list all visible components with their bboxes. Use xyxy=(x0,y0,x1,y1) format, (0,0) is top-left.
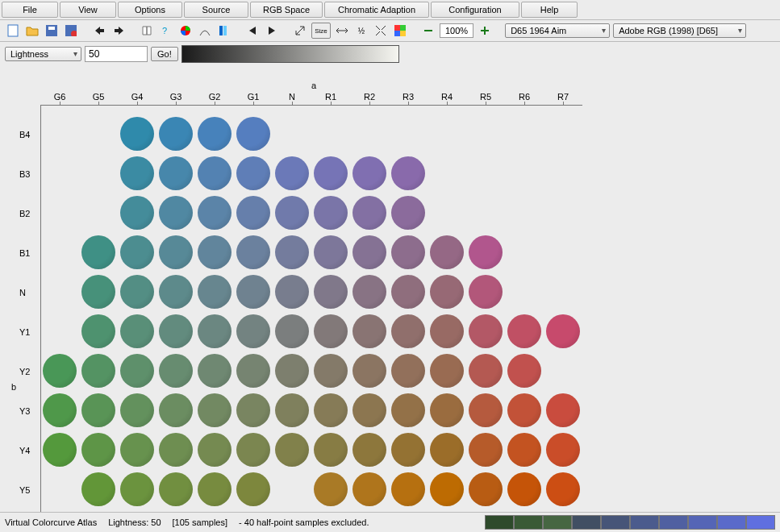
color-swatch[interactable] xyxy=(469,235,503,269)
color-swatch[interactable] xyxy=(314,275,348,309)
color-swatch[interactable] xyxy=(198,314,231,348)
color-swatch[interactable] xyxy=(391,235,425,269)
color-swatch[interactable] xyxy=(275,156,309,190)
strip-swatch[interactable] xyxy=(746,515,775,530)
color-swatch[interactable] xyxy=(275,354,309,388)
color-swatch[interactable] xyxy=(198,196,231,230)
save-icon[interactable] xyxy=(44,23,60,39)
color-swatch[interactable] xyxy=(507,314,541,348)
color-swatch[interactable] xyxy=(469,314,503,348)
color-swatch[interactable] xyxy=(159,472,193,506)
color-swatch[interactable] xyxy=(546,393,580,427)
color-swatch[interactable] xyxy=(275,314,309,348)
color-swatch[interactable] xyxy=(198,433,231,467)
color-swatch[interactable] xyxy=(391,156,425,190)
fullscreen-icon[interactable] xyxy=(373,23,389,39)
color-wheel-icon[interactable] xyxy=(177,23,194,39)
color-swatch[interactable] xyxy=(352,472,386,506)
color-swatch[interactable] xyxy=(81,433,115,467)
go-button[interactable]: Go! xyxy=(151,47,178,61)
color-swatch[interactable] xyxy=(430,235,464,269)
color-swatch[interactable] xyxy=(120,156,154,190)
color-swatch[interactable] xyxy=(120,354,154,388)
color-swatch[interactable] xyxy=(352,314,386,348)
color-swatch[interactable] xyxy=(159,117,193,151)
new-icon[interactable] xyxy=(5,23,21,39)
color-swatch[interactable] xyxy=(120,393,154,427)
menu-configuration[interactable]: Configuration xyxy=(431,2,519,18)
color-swatch[interactable] xyxy=(236,117,270,151)
color-swatch[interactable] xyxy=(469,472,503,506)
color-swatch[interactable] xyxy=(236,156,270,190)
color-swatch[interactable] xyxy=(159,235,193,269)
color-swatch[interactable] xyxy=(430,354,464,388)
color-swatch[interactable] xyxy=(391,354,425,388)
color-swatch[interactable] xyxy=(391,472,425,506)
open-icon[interactable] xyxy=(24,23,40,39)
color-swatch[interactable] xyxy=(236,314,270,348)
color-swatch[interactable] xyxy=(352,196,386,230)
axis-value-input[interactable] xyxy=(85,46,148,62)
color-swatch[interactable] xyxy=(198,156,231,190)
color-swatch[interactable] xyxy=(81,235,115,269)
color-square-icon[interactable] xyxy=(392,23,408,39)
menu-rgbspace[interactable]: RGB Space xyxy=(250,2,323,18)
help-cursor-icon[interactable]: ? xyxy=(158,23,174,39)
strip-swatch[interactable] xyxy=(485,515,514,530)
delete-save-icon[interactable] xyxy=(63,23,79,39)
zoom-in-icon[interactable] xyxy=(477,23,493,39)
color-swatch[interactable] xyxy=(469,433,503,467)
color-swatch[interactable] xyxy=(120,196,154,230)
color-swatch[interactable] xyxy=(198,393,231,427)
color-swatch[interactable] xyxy=(507,393,541,427)
width-arrows-icon[interactable] xyxy=(334,23,350,39)
color-swatch[interactable] xyxy=(236,354,270,388)
lightness-gradient-bar[interactable] xyxy=(181,45,399,63)
color-swatch[interactable] xyxy=(81,314,115,348)
color-swatch[interactable] xyxy=(159,314,193,348)
color-swatch[interactable] xyxy=(275,433,309,467)
color-swatch[interactable] xyxy=(236,393,270,427)
color-swatch[interactable] xyxy=(275,196,309,230)
color-swatch[interactable] xyxy=(314,393,348,427)
color-swatch[interactable] xyxy=(120,472,154,506)
next-icon[interactable] xyxy=(264,23,280,39)
color-swatch[interactable] xyxy=(159,275,193,309)
color-swatch[interactable] xyxy=(43,393,77,427)
half-icon[interactable]: ½ xyxy=(353,23,369,39)
import-arrow-icon[interactable] xyxy=(91,23,107,39)
illuminant-combo[interactable]: D65 1964 Aim xyxy=(505,23,610,38)
color-swatch[interactable] xyxy=(198,472,231,506)
color-swatch[interactable] xyxy=(81,354,115,388)
color-swatch[interactable] xyxy=(430,433,464,467)
color-swatch[interactable] xyxy=(275,235,309,269)
color-swatch[interactable] xyxy=(159,393,193,427)
book-icon[interactable] xyxy=(139,23,155,39)
color-swatch[interactable] xyxy=(159,354,193,388)
strip-swatch[interactable] xyxy=(572,515,601,530)
color-swatch[interactable] xyxy=(314,196,348,230)
color-swatch[interactable] xyxy=(507,433,541,467)
color-swatch[interactable] xyxy=(352,275,386,309)
curve-icon[interactable] xyxy=(197,23,213,39)
color-swatch[interactable] xyxy=(120,314,154,348)
color-swatch[interactable] xyxy=(43,354,77,388)
color-swatch[interactable] xyxy=(469,393,503,427)
color-swatch[interactable] xyxy=(314,314,348,348)
menu-source[interactable]: Source xyxy=(184,2,248,18)
color-swatch[interactable] xyxy=(391,314,425,348)
color-swatch[interactable] xyxy=(314,433,348,467)
strip-swatch[interactable] xyxy=(688,515,717,530)
color-swatch[interactable] xyxy=(120,235,154,269)
color-swatch[interactable] xyxy=(198,235,231,269)
color-swatch[interactable] xyxy=(120,275,154,309)
color-swatch[interactable] xyxy=(391,393,425,427)
color-swatch[interactable] xyxy=(198,117,231,151)
color-swatch[interactable] xyxy=(159,196,193,230)
color-swatch[interactable] xyxy=(236,196,270,230)
color-swatch[interactable] xyxy=(391,275,425,309)
color-swatch[interactable] xyxy=(469,354,503,388)
zoom-out-icon[interactable] xyxy=(420,23,436,39)
color-swatch[interactable] xyxy=(236,275,270,309)
rgbspace-combo[interactable]: Adobe RGB (1998) [D65] xyxy=(613,23,746,38)
